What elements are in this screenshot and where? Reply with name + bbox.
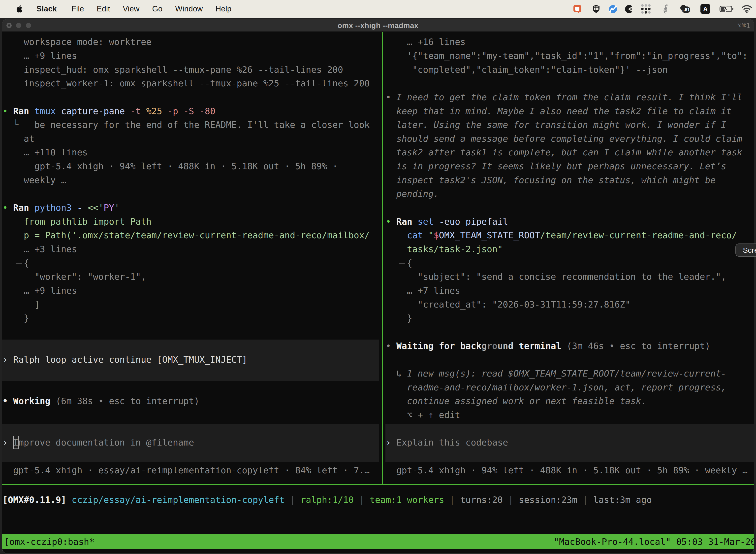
status-segment: | [354, 495, 370, 505]
text-span: inspect task2's JSON, focusing on the st… [396, 175, 715, 185]
text-span: • [2, 203, 8, 213]
terminal-line: } [24, 311, 29, 325]
tmux-host-clock-label: "MacBook-Pro-44.local" 05:03 31-Mar-26 [554, 534, 754, 549]
menu-item-go[interactable]: Go [152, 4, 163, 13]
terminal-line: … +7 lines [407, 284, 460, 297]
apple-menu-icon[interactable] [16, 5, 22, 13]
text-span: Ralph loop active continue [OMX_TMUX_INJ… [13, 354, 247, 365]
terminal-line: weekly … [24, 173, 66, 187]
menu-item-window[interactable]: Window [175, 4, 203, 13]
status-segment: | [503, 495, 519, 505]
text-span: 1 new msg(s): read $OMX_TEAM_STATE_ROOT/… [407, 368, 726, 379]
text-span: is in progress? It seems likely but perh… [396, 161, 726, 171]
terminal-line: … +110 lines [24, 146, 88, 159]
text-span: at [24, 133, 35, 144]
text-span: workspace_mode: worktree [24, 37, 151, 47]
menu-bar-left: SlackFileEditViewGoWindowHelp [16, 0, 232, 18]
text-span: Working [13, 396, 56, 406]
text-span: python3 [35, 203, 77, 213]
tmux-session-label: [omx-cczip0:bash* [4, 534, 94, 549]
text-span [8, 203, 13, 213]
text-span: ↳ [396, 368, 407, 379]
battery-charging-icon[interactable] [719, 0, 735, 18]
terminal-line: › Improve documentation in @filename [2, 436, 194, 449]
dragon-icon[interactable] [662, 0, 670, 18]
screen: { "palette": { "menubar_bg": "#eceae2", … [0, 0, 756, 554]
text-span: readme-and-reco/mailbox/worker-1.json, a… [407, 382, 726, 392]
terminal-line: keep that in mind. Maybe I also need the… [396, 104, 732, 118]
text-span: -euo [439, 216, 465, 227]
menu-item-edit[interactable]: Edit [97, 4, 110, 13]
menu-item-file[interactable]: File [71, 4, 84, 13]
text-span: { [407, 258, 412, 268]
status-segment: | [285, 495, 300, 505]
text-span: g [482, 341, 487, 351]
tree-vline [16, 215, 16, 264]
text-span: } [24, 313, 29, 323]
terminal-line: later. Using the same for transition mig… [396, 118, 726, 132]
terminal-line: } [407, 311, 412, 325]
terminal-line: cat "$OMX_TEAM_STATE_ROOT/team/review-cu… [407, 228, 737, 242]
tree-vline [399, 229, 399, 263]
text-span: › [2, 437, 8, 447]
notch-circle-icon[interactable] [625, 0, 634, 18]
status-segment: cczip/essay/ai-reimplementation-copyleft [72, 495, 285, 505]
text-span: /team/review-current-readme-and-reco/ [540, 230, 737, 240]
text-span: … +9 lines [24, 51, 77, 61]
text-span: … +16 lines [407, 37, 465, 47]
text-span: Ran [13, 203, 35, 213]
terminal-line: • Ran python3 - <<'PY' [2, 201, 120, 215]
text-span: tmux [35, 106, 61, 116]
terminal-line: gpt-5.4 xhigh · 94% left · 488K in · 5.1… [396, 463, 748, 477]
text-span: ' [114, 203, 120, 213]
text-span: tasks/task-2.json" [407, 244, 503, 254]
badge-61-icon[interactable]: ..61 [680, 0, 691, 18]
text-span: -S [184, 106, 199, 116]
window-shortcut: ⌥⌘1 [737, 19, 750, 32]
menu-item-help[interactable]: Help [215, 4, 232, 13]
terminal-line: … +3 lines [24, 242, 77, 256]
text-span: pipefail [465, 216, 508, 227]
terminal-line: is in progress? It seems likely but perh… [396, 159, 726, 173]
blue-zigzag-icon[interactable] [609, 0, 617, 18]
terminal-line: { [407, 256, 412, 270]
input-source-icon[interactable]: A [700, 0, 711, 18]
text-span: … +110 lines [24, 147, 88, 157]
text-span: -80 [199, 106, 215, 116]
text-span [391, 92, 396, 102]
terminal-line: inspect task2's JSON, focusing on the st… [396, 173, 715, 187]
tmux-status-bar: [omx-cczip0:bash*"MacBook-Pro-44.local" … [2, 534, 754, 549]
text-span: cat [407, 230, 428, 240]
terminal-line: "completed","claim_token":"claim-token"}… [412, 63, 668, 77]
terminal-line: continue assigned work or next feasible … [407, 394, 647, 408]
status-segment: team:1 workers [370, 495, 444, 505]
status-segment [66, 495, 72, 505]
menu-items: SlackFileEditViewGoWindowHelp [37, 4, 232, 13]
menu-item-view[interactable]: View [123, 4, 139, 13]
window-titlebar[interactable]: omx --xhigh --madmax ⌥⌘1 [2, 19, 754, 32]
terminal-line: at [24, 132, 35, 146]
text-span: ] [35, 299, 40, 310]
terminal-window: omx --xhigh --madmax ⌥⌘1 workspace_mode:… [2, 19, 754, 554]
text-span: ro [487, 341, 498, 351]
text-span: { [24, 258, 29, 268]
terminal-line: ↳ 1 new msg(s): read $OMX_TEAM_STATE_ROO… [396, 367, 726, 381]
text-span [8, 437, 13, 447]
terminal-line: should send a message before completing … [396, 132, 742, 146]
dots-grid-icon[interactable] [640, 0, 651, 18]
text-span: should send a message before completing … [396, 133, 742, 144]
pane-divider [382, 32, 383, 484]
menu-item-slack[interactable]: Slack [37, 4, 57, 13]
shield-grid-icon[interactable] [592, 0, 600, 18]
terminal-line: from pathlib import Path [24, 215, 151, 229]
terminal-line: • Ran tmux capture-pane -t %25 -p -S -80 [2, 104, 215, 118]
screen-capture-button[interactable]: Scre [736, 243, 756, 257]
chat-icon[interactable] [573, 0, 582, 18]
wifi-icon[interactable] [742, 0, 752, 18]
terminal-line: … +9 lines [24, 284, 77, 297]
terminal-content[interactable]: workspace_mode: worktree… +9 linesinspec… [2, 32, 754, 554]
text-span: gpt-5.4 xhigh · essay/ai-reimplementatio… [13, 465, 370, 475]
text-span [8, 106, 13, 116]
text-span: un [498, 341, 508, 351]
terminal-line: • Ran set -euo pipefail [386, 215, 508, 229]
